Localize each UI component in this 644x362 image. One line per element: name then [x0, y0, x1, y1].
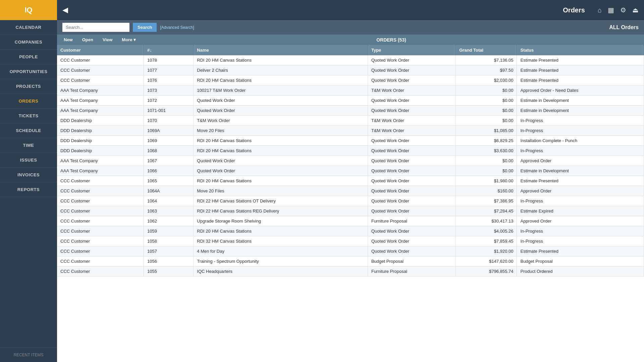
cell-type: Budget Proposal — [368, 256, 455, 266]
cell-grand-total: $0.00 — [456, 106, 517, 116]
cell-status: Estimate Presented — [517, 246, 644, 256]
cell-num: 1055 — [144, 266, 193, 277]
table-row[interactable]: CCC Customer 1064A Move 20 Files Quoted … — [57, 186, 644, 196]
table-row[interactable]: CCC Customer 1058 RDI 32 HM Canvas Stati… — [57, 236, 644, 246]
col-customer[interactable]: Customer — [57, 45, 144, 55]
sidebar-item-orders[interactable]: ORDERS — [0, 94, 57, 109]
cell-status: In-Progress — [517, 226, 644, 236]
search-input[interactable] — [62, 23, 129, 32]
cell-num: 1059 — [144, 226, 193, 236]
more-button[interactable]: More ▾ — [120, 37, 137, 43]
home-icon[interactable]: ⌂ — [598, 6, 602, 14]
table-row[interactable]: AAA Test Company 1071-001 Quoted Work Or… — [57, 106, 644, 116]
cell-name: Quoted Work Order — [194, 106, 368, 116]
cell-num: 1070 — [144, 116, 193, 126]
table-row[interactable]: CCC Customer 1057 4 Men for Day Quoted W… — [57, 246, 644, 256]
sidebar-item-opportunities[interactable]: OPPORTUNITIES — [0, 64, 57, 79]
cell-num: 1069 — [144, 136, 193, 146]
cell-num: 1064A — [144, 186, 193, 196]
cell-name: Move 20 Files — [194, 126, 368, 136]
table-row[interactable]: CCC Customer 1063 RDI 22 HM Canvas Stati… — [57, 206, 644, 216]
all-orders-label: ALL Orders — [609, 24, 639, 31]
table-row[interactable]: CCC Customer 1076 RDI 20 HM Canvas Stati… — [57, 75, 644, 85]
sidebar-item-people[interactable]: PEOPLE — [0, 50, 57, 64]
advanced-search-link[interactable]: [Advanced Search] — [160, 25, 194, 30]
table-row[interactable]: CCC Customer 1064 RDI 22 HM Canvas Stati… — [57, 196, 644, 206]
orders-count: ORDERS (53) — [376, 37, 406, 43]
cell-customer: AAA Test Company — [57, 96, 144, 106]
open-button[interactable]: Open — [81, 37, 95, 43]
table-row[interactable]: CCC Customer 1059 RDI 20 HM Canvas Stati… — [57, 226, 644, 236]
table-row[interactable]: AAA Test Company 1067 Quoted Work Order … — [57, 156, 644, 166]
sidebar-item-invoices[interactable]: INVOICES — [0, 168, 57, 182]
sidebar-item-projects[interactable]: PROJECTS — [0, 79, 57, 94]
cell-type: Furniture Proposal — [368, 216, 455, 226]
sidebar-item-tickets[interactable]: TICKETS — [0, 109, 57, 123]
search-button[interactable]: Search — [133, 23, 157, 32]
col-type[interactable]: Type — [368, 45, 455, 55]
sidebar-recent-items[interactable]: RECENT ITEMS — [0, 348, 57, 362]
cell-grand-total: $3,630.00 — [456, 146, 517, 156]
cell-grand-total: $6,829.25 — [456, 136, 517, 146]
table-row[interactable]: DDD Dealership 1070 T&M Work Order T&M W… — [57, 116, 644, 126]
new-button[interactable]: New — [62, 37, 74, 43]
cell-name: Training - Spectrum Opportunity — [194, 256, 368, 266]
cell-num: 1058 — [144, 236, 193, 246]
cell-customer: CCC Customer — [57, 256, 144, 266]
cell-name: RDI 22 HM Canvas Stations REG Delivery — [194, 206, 368, 216]
cell-type: Quoted Work Order — [368, 55, 455, 65]
cell-name: RDI 20 HM Canvas Stations — [194, 136, 368, 146]
col-status[interactable]: Status — [517, 45, 644, 55]
table-row[interactable]: AAA Test Company 1066 Quoted Work Order … — [57, 166, 644, 176]
sidebar-item-reports[interactable]: REPORTS — [0, 182, 57, 197]
view-button[interactable]: View — [101, 37, 114, 43]
cell-num: 1069A — [144, 126, 193, 136]
back-button[interactable]: ◀ — [62, 6, 68, 14]
logout-icon[interactable]: ⏏ — [632, 6, 639, 14]
cell-grand-total: $0.00 — [456, 156, 517, 166]
cell-status: In-Progress — [517, 126, 644, 136]
cell-type: Quoted Work Order — [368, 186, 455, 196]
grid-icon[interactable]: ▦ — [608, 6, 614, 14]
col-grand-total[interactable]: Grand Total — [456, 45, 517, 55]
sidebar-item-issues[interactable]: ISSUES — [0, 153, 57, 168]
page-title: Orders — [74, 6, 585, 14]
cell-status: In-Progress — [517, 196, 644, 206]
sidebar-item-time[interactable]: TIME — [0, 138, 57, 153]
table-row[interactable]: AAA Test Company 1072 Quoted Work Order … — [57, 96, 644, 106]
cell-type: Quoted Work Order — [368, 156, 455, 166]
table-row[interactable]: CCC Customer 1062 Upgrade Storage Room S… — [57, 216, 644, 226]
logo[interactable]: IQ — [0, 0, 57, 20]
cell-num: 1068 — [144, 146, 193, 156]
cell-type: Quoted Work Order — [368, 75, 455, 85]
cell-name: Quoted Work Order — [194, 96, 368, 106]
cell-num: 1064 — [144, 196, 193, 206]
cell-num: 1073 — [144, 85, 193, 96]
cell-num: 1066 — [144, 166, 193, 176]
table-row[interactable]: CCC Customer 1055 IQC Headquarters Furni… — [57, 266, 644, 277]
table-row[interactable]: CCC Customer 1065 RDI 20 HM Canvas Stati… — [57, 176, 644, 186]
table-row[interactable]: CCC Customer 1078 RDI 20 HM Canvas Stati… — [57, 55, 644, 65]
sidebar-item-schedule[interactable]: SCHEDULE — [0, 123, 57, 138]
cell-type: Quoted Work Order — [368, 226, 455, 236]
table-row[interactable]: DDD Dealership 1069A Move 20 Files T&M W… — [57, 126, 644, 136]
sidebar-item-calendar[interactable]: CALENDAR — [0, 20, 57, 35]
cell-grand-total: $1,980.00 — [456, 176, 517, 186]
table-row[interactable]: AAA Test Company 1073 100217 T&M Work Or… — [57, 85, 644, 96]
col-name[interactable]: Name — [194, 45, 368, 55]
cell-grand-total: $160.00 — [456, 186, 517, 196]
table-row[interactable]: DDD Dealership 1069 RDI 20 HM Canvas Sta… — [57, 136, 644, 146]
cell-name: T&M Work Order — [194, 116, 368, 126]
cell-num: 1057 — [144, 246, 193, 256]
cell-type: Quoted Work Order — [368, 236, 455, 246]
table-row[interactable]: CCC Customer 1056 Training - Spectrum Op… — [57, 256, 644, 266]
cell-grand-total: $0.00 — [456, 116, 517, 126]
cell-name: RDI 32 HM Canvas Stations — [194, 236, 368, 246]
table-row[interactable]: CCC Customer 1077 Deliver 2 Chairs Quote… — [57, 65, 644, 75]
table-row[interactable]: DDD Dealership 1068 RDI 20 HM Canvas Sta… — [57, 146, 644, 156]
gear-icon[interactable]: ⚙ — [620, 6, 626, 14]
col-num[interactable]: #↓ — [144, 45, 193, 55]
cell-customer: DDD Dealership — [57, 146, 144, 156]
cell-grand-total: $7,386.95 — [456, 196, 517, 206]
sidebar-item-companies[interactable]: COMPANIES — [0, 35, 57, 50]
